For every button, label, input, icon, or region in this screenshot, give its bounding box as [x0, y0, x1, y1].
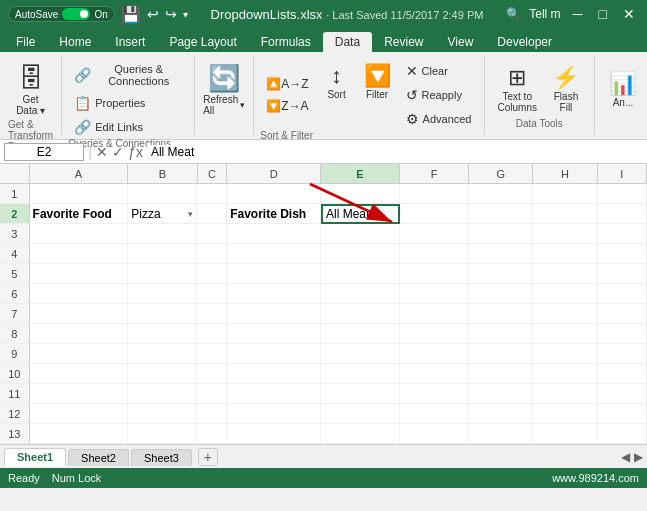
list-item[interactable]: [598, 344, 647, 364]
list-item[interactable]: [469, 384, 533, 404]
list-item[interactable]: [533, 304, 597, 324]
list-item[interactable]: [227, 244, 321, 264]
autosave-toggle[interactable]: AutoSave On: [8, 6, 115, 22]
list-item[interactable]: [30, 364, 129, 384]
list-item[interactable]: [30, 424, 129, 444]
list-item[interactable]: [469, 284, 533, 304]
list-item[interactable]: [197, 304, 227, 324]
list-item[interactable]: [469, 244, 533, 264]
redo-icon[interactable]: ↪: [165, 6, 177, 22]
row-number[interactable]: 13: [0, 424, 30, 444]
list-item[interactable]: [400, 304, 469, 324]
list-item[interactable]: [197, 224, 227, 244]
list-item[interactable]: [533, 424, 597, 444]
list-item[interactable]: [227, 284, 321, 304]
list-item[interactable]: Favorite Dish: [227, 204, 321, 224]
list-item[interactable]: [30, 284, 129, 304]
list-item[interactable]: [321, 384, 400, 404]
list-item[interactable]: [197, 204, 227, 224]
row-number[interactable]: 4: [0, 244, 30, 264]
insert-function-icon[interactable]: ƒx: [128, 144, 143, 160]
list-item[interactable]: [128, 284, 197, 304]
row-number[interactable]: 10: [0, 364, 30, 384]
list-item[interactable]: [321, 404, 400, 424]
row-number[interactable]: 12: [0, 404, 30, 424]
list-item[interactable]: [400, 244, 469, 264]
list-item[interactable]: [128, 344, 197, 364]
row-number[interactable]: 3: [0, 224, 30, 244]
sheet-tab-2[interactable]: Sheet2: [68, 449, 129, 466]
row-number[interactable]: 7: [0, 304, 30, 324]
list-item[interactable]: [469, 364, 533, 384]
list-item[interactable]: [598, 404, 647, 424]
list-item[interactable]: [400, 224, 469, 244]
autosave-toggle-switch[interactable]: [62, 8, 90, 20]
reapply-button[interactable]: ↺ Reapply: [400, 84, 478, 106]
row-number[interactable]: 11: [0, 384, 30, 404]
list-item[interactable]: [128, 404, 197, 424]
properties-button[interactable]: 📋 Properties: [68, 92, 188, 114]
list-item[interactable]: [400, 344, 469, 364]
list-item[interactable]: [533, 244, 597, 264]
list-item[interactable]: [598, 424, 647, 444]
confirm-formula-icon[interactable]: ✓: [112, 144, 124, 160]
list-item[interactable]: [128, 264, 197, 284]
save-icon[interactable]: 💾: [121, 5, 141, 24]
list-item[interactable]: [128, 364, 197, 384]
list-item[interactable]: [598, 324, 647, 344]
name-box[interactable]: [4, 143, 84, 161]
list-item[interactable]: [197, 384, 227, 404]
list-item[interactable]: [400, 264, 469, 284]
list-item[interactable]: [321, 224, 400, 244]
list-item[interactable]: [227, 324, 321, 344]
row-number[interactable]: 9: [0, 344, 30, 364]
list-item[interactable]: [227, 304, 321, 324]
filter-button[interactable]: 🔽 Filter: [359, 60, 396, 130]
list-item[interactable]: [469, 424, 533, 444]
list-item[interactable]: [30, 244, 129, 264]
list-item[interactable]: [533, 284, 597, 304]
refresh-dropdown-arrow[interactable]: ▾: [240, 100, 245, 110]
maximize-button[interactable]: □: [595, 6, 611, 22]
row-number[interactable]: 8: [0, 324, 30, 344]
list-item[interactable]: [533, 224, 597, 244]
col-header-f[interactable]: F: [400, 164, 469, 183]
list-item[interactable]: [227, 224, 321, 244]
refresh-all-button[interactable]: 🔄 Refresh All ▾: [203, 63, 245, 116]
list-item[interactable]: [533, 264, 597, 284]
list-item[interactable]: [598, 384, 647, 404]
list-item[interactable]: [321, 184, 400, 204]
list-item[interactable]: [598, 224, 647, 244]
cancel-formula-icon[interactable]: ✕: [96, 144, 108, 160]
list-item[interactable]: [533, 384, 597, 404]
tab-insert[interactable]: Insert: [103, 32, 157, 52]
list-item[interactable]: [30, 224, 129, 244]
list-item[interactable]: [469, 304, 533, 324]
list-item[interactable]: [227, 264, 321, 284]
dropdown-arrow-icon[interactable]: ▾: [188, 209, 193, 219]
sheet-tab-3[interactable]: Sheet3: [131, 449, 192, 466]
col-header-a[interactable]: A: [30, 164, 129, 183]
tab-data[interactable]: Data: [323, 32, 372, 52]
list-item[interactable]: [598, 204, 647, 224]
list-item[interactable]: [227, 424, 321, 444]
list-item[interactable]: [227, 404, 321, 424]
row-number[interactable]: 5: [0, 264, 30, 284]
list-item[interactable]: [598, 364, 647, 384]
list-item[interactable]: [321, 284, 400, 304]
col-header-d[interactable]: D: [227, 164, 321, 183]
list-item[interactable]: [469, 224, 533, 244]
queries-connections-button[interactable]: 🔗 Queries & Connections: [68, 60, 188, 90]
advanced-button[interactable]: ⚙ Advanced: [400, 108, 478, 130]
sort-az-button[interactable]: 🔼A→Z: [260, 74, 314, 94]
list-item[interactable]: [30, 384, 129, 404]
list-item[interactable]: [400, 404, 469, 424]
edit-links-button[interactable]: 🔗 Edit Links: [68, 116, 188, 138]
undo-icon[interactable]: ↩: [147, 6, 159, 22]
list-item[interactable]: [533, 364, 597, 384]
list-item[interactable]: [30, 264, 129, 284]
list-item[interactable]: [30, 184, 129, 204]
list-item[interactable]: [30, 324, 129, 344]
list-item[interactable]: [400, 424, 469, 444]
tab-developer[interactable]: Developer: [485, 32, 564, 52]
